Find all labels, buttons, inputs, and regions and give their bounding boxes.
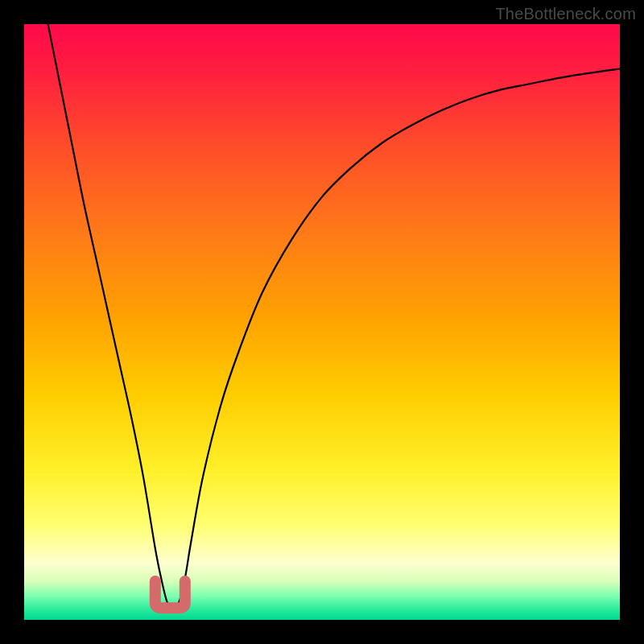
chart-svg [24,24,620,620]
minimum-marker [155,581,185,608]
plot-area [24,24,620,620]
bottleneck-curve [48,24,620,608]
watermark-text: TheBottleneck.com [495,5,636,23]
chart-frame: TheBottleneck.com [0,0,644,644]
